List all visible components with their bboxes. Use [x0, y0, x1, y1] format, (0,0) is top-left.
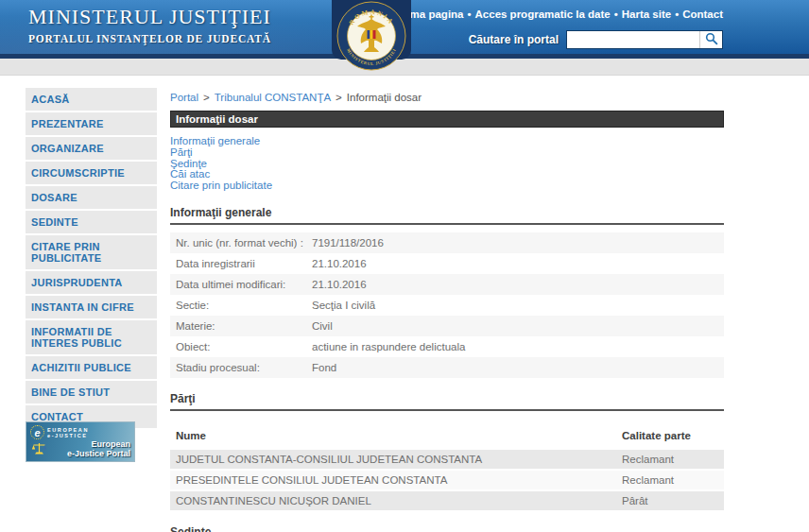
link-separator: • [675, 9, 679, 20]
info-value: Civil [312, 320, 724, 332]
party-role: Reclamant [616, 471, 724, 489]
link-separator: • [614, 9, 618, 20]
info-row-materie: Materie: Civil [170, 316, 724, 336]
info-label: Data ultimei modificari: [170, 279, 312, 290]
sidebar-item-achizitii-publice[interactable]: ACHIZITII PUBLICE [26, 356, 157, 379]
info-row-nr-unic: Nr. unic (nr. format vechi) : 7191/118/2… [170, 232, 724, 253]
page-title-bar: Informaţii dosar [170, 111, 724, 128]
sidebar-item-jurisprudenta[interactable]: JURISPRUDENTA [26, 271, 157, 294]
parties-header-row: Nume Calitate parte [170, 424, 724, 448]
sidebar-item-prezentare[interactable]: PREZENTARE [26, 112, 157, 135]
info-row-data-ultimei-modificari: Data ultimei modificari: 21.10.2016 [170, 274, 724, 295]
info-value: actiune in raspundere delictuala [312, 341, 724, 352]
site-title: MINISTERUL JUSTIŢIEI [28, 5, 271, 29]
column-header-nume: Nume [170, 424, 616, 448]
search-label: Căutare în portal [469, 33, 559, 46]
link-separator: • [468, 9, 472, 20]
quick-link-parti[interactable]: Părţi [170, 147, 724, 159]
info-value: 7191/118/2016 [312, 237, 724, 249]
search-box [566, 30, 723, 49]
sidebar-item-instanta-in-cifre[interactable]: INSTANTA IN CIFRE [26, 296, 157, 318]
info-label: Sectie: [170, 300, 312, 311]
breadcrumb-current: Informaţii dosar [347, 92, 422, 103]
ministry-seal-logo: ROMANIA MINISTERUL JUSTIŢIEI [333, 1, 410, 78]
info-value: Fond [312, 362, 724, 373]
info-value: 21.10.2016 [312, 279, 724, 290]
search-input[interactable] [567, 31, 699, 48]
sidebar-nav: ACASĂ PREZENTARE ORGANIZARE CIRCUMSCRIPT… [26, 88, 157, 430]
column-header-calitate-parte: Calitate parte [616, 424, 724, 448]
portal-search: Căutare în portal [469, 30, 723, 49]
party-role: Pârât [616, 491, 724, 510]
sidebar-item-sedinte[interactable]: SEDINTE [26, 211, 157, 233]
info-label: Obiect: [170, 341, 312, 352]
scales-of-justice-icon [31, 442, 47, 459]
header-top-links: Prima pagina•Acces programatic la date•H… [395, 9, 723, 20]
table-row: PRESEDINTELE CONSILIUL JUDETEAN CONSTANT… [170, 471, 724, 489]
info-label: Stadiu procesual: [170, 362, 312, 373]
e-justice-caption-line2: e-Justice Portal [67, 449, 130, 458]
party-role: Reclamant [616, 450, 724, 469]
info-row-stadiu-procesual: Stadiu procesual: Fond [170, 357, 724, 378]
site-subtitle: PORTALUL INSTANŢELOR DE JUDECATĂ [28, 33, 271, 44]
search-icon [705, 32, 718, 48]
e-justice-caption: European e-Justice Portal [67, 439, 130, 458]
sidebar-item-organizare[interactable]: ORGANIZARE [26, 137, 157, 160]
breadcrumb-portal[interactable]: Portal [170, 92, 198, 103]
sidebar-item-circumscriptie[interactable]: CIRCUMSCRIPTIE [26, 162, 157, 184]
sessions-heading: Sedinte [170, 525, 724, 532]
parties-table: Nume Calitate parte JUDETUL CONSTANTA-CO… [170, 422, 724, 512]
parties-heading: Părţi [170, 392, 724, 411]
e-justice-portal-banner[interactable]: e EUROPEAN e-JUSTICE European e-Justice … [26, 421, 135, 462]
party-name: PRESEDINTELE CONSILIUL JUDETEAN CONSTANT… [170, 471, 616, 489]
quick-link-informatii-generale[interactable]: Informaţii generale [170, 136, 724, 147]
e-justice-logo-words: EUROPEAN e-JUSTICE [47, 427, 89, 438]
e-justice-logo: e EUROPEAN e-JUSTICE [30, 425, 89, 439]
breadcrumb-separator: > [336, 92, 342, 103]
link-contact[interactable]: Contact [682, 9, 723, 20]
sidebar-item-dosare[interactable]: DOSARE [26, 186, 157, 209]
info-label: Materie: [170, 320, 312, 332]
info-value: Secţia I civilă [312, 300, 724, 311]
e-justice-logo-letter: e [30, 425, 44, 439]
link-acces-programatic[interactable]: Acces programatic la date [475, 9, 611, 20]
quick-link-sedinte[interactable]: Şedinţe [170, 159, 724, 170]
brand-block: MINISTERUL JUSTIŢIEI PORTALUL INSTANŢELO… [28, 5, 271, 44]
info-row-data-inregistrarii: Data inregistrarii 21.10.2016 [170, 253, 724, 274]
e-justice-caption-line1: European [91, 439, 130, 449]
sidebar-item-acasa[interactable]: ACASĂ [26, 88, 157, 111]
quick-link-citare-prin-publicitate[interactable]: Citare prin publicitate [170, 180, 724, 192]
sidebar-item-informatii-de-interes-public[interactable]: INFORMATII DE INTERES PUBLIC [26, 320, 157, 354]
party-name: CONSTANTINESCU NICUŞOR DANIEL [170, 491, 616, 510]
info-row-sectie: Sectie: Secţia I civilă [170, 295, 724, 316]
main-content: Portal>Tribunalul CONSTANŢA>Informaţii d… [170, 92, 724, 532]
e-justice-words-line2: e-JUSTICE [47, 433, 88, 438]
party-name: JUDETUL CONSTANTA-CONSILIUL JUDETEAN CON… [170, 450, 616, 469]
sidebar-item-citare-prin-publicitate[interactable]: CITARE PRIN PUBLICITATE [26, 235, 157, 269]
info-label: Nr. unic (nr. format vechi) : [170, 237, 312, 249]
breadcrumb: Portal>Tribunalul CONSTANŢA>Informaţii d… [170, 92, 724, 103]
dossier-quick-links: Informaţii generale Părţi Şedinţe Căi at… [170, 136, 724, 192]
info-value: 21.10.2016 [312, 258, 724, 269]
info-row-obiect: Obiect: actiune in raspundere delictuala [170, 336, 724, 357]
sidebar-item-bine-de-stiut[interactable]: BINE DE STIUT [26, 381, 157, 403]
info-label: Data inregistrarii [170, 258, 312, 269]
breadcrumb-separator: > [203, 92, 210, 103]
breadcrumb-tribunal[interactable]: Tribunalul CONSTANŢA [215, 92, 331, 103]
general-info-heading: Informaţii generale [170, 206, 724, 225]
general-info-rows: Nr. unic (nr. format vechi) : 7191/118/2… [170, 232, 724, 378]
table-row: CONSTANTINESCU NICUŞOR DANIEL Pârât [170, 491, 724, 510]
search-button[interactable] [699, 31, 722, 48]
table-row: JUDETUL CONSTANTA-CONSILIUL JUDETEAN CON… [170, 450, 724, 469]
link-harta-site[interactable]: Harta site [622, 9, 671, 20]
